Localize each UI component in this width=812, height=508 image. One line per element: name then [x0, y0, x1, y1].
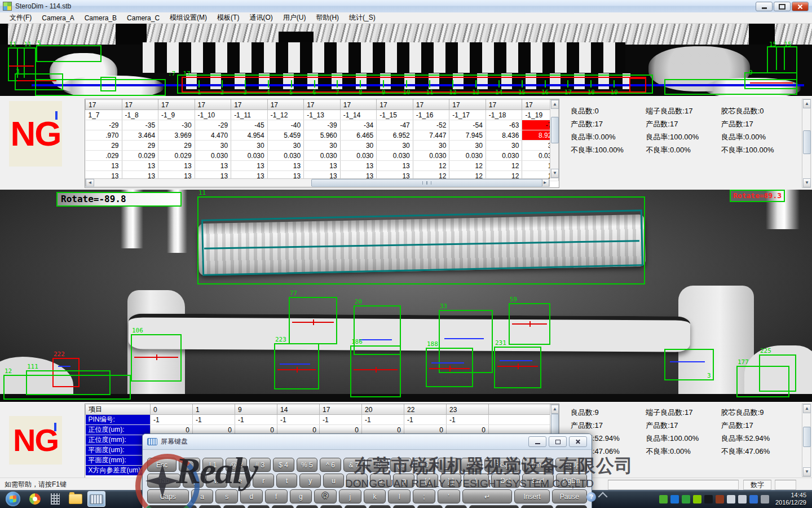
key-(9[interactable]: ( 9	[390, 458, 412, 472]
column-header[interactable]: 17	[413, 100, 449, 110]
key-bksp[interactable]: Bksp	[484, 458, 520, 472]
column-header[interactable]: 22	[404, 405, 447, 415]
maximize-button[interactable]	[774, 2, 791, 11]
key-<[interactable]: <	[369, 505, 391, 508]
menu-item[interactable]: 模板(T)	[212, 12, 244, 24]
taskbar-folder-button[interactable]	[67, 492, 84, 506]
key-↵[interactable]: ↵	[462, 489, 513, 503]
key-x[interactable]: x	[223, 505, 245, 508]
key-&7[interactable]: & 7	[343, 458, 365, 472]
key-f[interactable]: f	[265, 489, 288, 503]
key-i[interactable]: i	[346, 474, 368, 488]
expand-icon[interactable]	[598, 492, 608, 502]
key-)0[interactable]: ) 0	[414, 458, 435, 472]
usb-eject-icon[interactable]	[761, 495, 769, 503]
key-y[interactable]: y	[299, 474, 321, 488]
pin-stats-scrollbar[interactable]: ▲▼	[802, 404, 811, 477]
key-w[interactable]: w	[206, 474, 227, 488]
key->[interactable]: >	[393, 505, 415, 508]
key-;[interactable]: ;	[413, 489, 435, 503]
key-tab[interactable]: Tab	[147, 474, 180, 488]
taskbar-app-launcher[interactable]	[27, 492, 43, 506]
row-label[interactable]: 正位度(mm):	[86, 435, 151, 445]
key-$4[interactable]: $ 4	[273, 458, 294, 472]
key-scrlk[interactable]: ScrLk	[555, 505, 587, 508]
key-n[interactable]: n	[320, 505, 342, 508]
row-label[interactable]: PIN编号:	[86, 415, 151, 425]
column-header[interactable]: 1	[193, 405, 235, 415]
menu-item[interactable]: 模组设置(M)	[165, 12, 212, 24]
column-header[interactable]: 9	[235, 405, 277, 415]
key-+=[interactable]: + =	[461, 458, 482, 472]
menu-item[interactable]: 文件(F)	[5, 12, 37, 24]
shield-icon[interactable]	[682, 495, 690, 503]
menu-item[interactable]: 帮助(H)	[311, 12, 344, 24]
column-header[interactable]: 17	[195, 100, 231, 110]
key-shift[interactable]: Shift	[147, 505, 197, 508]
lan-status-icon[interactable]	[749, 495, 758, 503]
volume-muted-icon[interactable]	[716, 495, 724, 503]
key-j[interactable]: j	[339, 489, 361, 503]
key-shift[interactable]: Shift	[469, 505, 519, 508]
column-header[interactable]: 14	[277, 405, 320, 415]
column-header[interactable]: 17	[449, 100, 486, 110]
row-label[interactable]: 正位度(um):	[86, 425, 151, 435]
minimize-button[interactable]	[756, 2, 773, 11]
key-r[interactable]: r	[253, 474, 274, 488]
column-header[interactable]: 17	[86, 100, 122, 110]
key-l[interactable]: l	[388, 489, 411, 503]
pointer-app-icon[interactable]	[704, 495, 713, 503]
menu-item[interactable]: 统计(_S)	[344, 12, 381, 24]
key-c[interactable]: c	[248, 505, 270, 508]
osk-restore-button[interactable]	[549, 436, 567, 447]
key-~`[interactable]: ~ `	[179, 458, 200, 472]
column-header[interactable]: 17	[486, 100, 522, 110]
key-\[interactable]: \	[464, 474, 489, 488]
osk-close-button[interactable]	[569, 436, 587, 447]
key-↑[interactable]: ↑	[445, 505, 467, 508]
key-a[interactable]: a	[191, 489, 214, 503]
close-button[interactable]	[792, 2, 809, 11]
column-header[interactable]: 17	[340, 100, 377, 110]
key-h[interactable]: h	[314, 489, 337, 503]
column-header[interactable]: 17	[320, 405, 362, 415]
menu-item[interactable]: Camera_C	[122, 13, 165, 23]
menu-item[interactable]: 通讯(O)	[244, 12, 277, 24]
column-header[interactable]: 17	[158, 100, 195, 110]
key-o[interactable]: o	[370, 474, 391, 488]
column-header[interactable]: 17	[377, 100, 413, 110]
key-t[interactable]: t	[276, 474, 298, 488]
key-prtscn[interactable]: PrtScn	[521, 505, 553, 508]
help-icon[interactable]: ?	[586, 492, 596, 502]
key-s[interactable]: s	[215, 489, 238, 503]
key-q[interactable]: q	[183, 474, 204, 488]
osk-minimize-button[interactable]	[528, 436, 546, 447]
menu-item[interactable]: 用户(U)	[278, 12, 311, 24]
osk-title-bar[interactable]: 屏幕键盘	[143, 434, 592, 450]
terminal-stats-scrollbar[interactable]: ▲▼	[802, 99, 811, 188]
column-header[interactable]: 17	[304, 100, 341, 110]
network-warning-icon[interactable]	[738, 495, 747, 503]
key-d[interactable]: d	[240, 489, 263, 503]
key-b[interactable]: b	[296, 505, 318, 508]
key-_-[interactable]: _ -	[438, 458, 459, 472]
key-p[interactable]: p	[393, 474, 414, 488]
menu-item[interactable]: Camera_A	[37, 13, 79, 23]
taskbar-clock[interactable]: 14:45 2016/12/29	[775, 492, 806, 506]
row-label[interactable]: 平面度(mm):	[86, 456, 151, 466]
menu-item[interactable]: Camera_B	[80, 13, 122, 23]
terminal-table-hscrollbar[interactable]: ◄►	[85, 178, 550, 187]
column-header[interactable]: 0	[151, 405, 193, 415]
key-}][interactable]: } ]	[440, 474, 462, 488]
row-label[interactable]: X方向参差度(um):	[86, 466, 151, 476]
column-header[interactable]: 17	[267, 100, 304, 110]
row-label[interactable]: 平面度(um):	[86, 445, 151, 456]
key-u[interactable]: u	[323, 474, 345, 488]
column-header[interactable]: 17	[231, 100, 268, 110]
key-k[interactable]: k	[364, 489, 386, 503]
key-g[interactable]: g	[290, 489, 312, 503]
key-pause[interactable]: Pause	[552, 489, 587, 503]
taskbar-osk-button[interactable]	[87, 491, 105, 507]
key-home[interactable]: Home	[522, 458, 554, 472]
key-!1[interactable]: ! 1	[202, 458, 224, 472]
